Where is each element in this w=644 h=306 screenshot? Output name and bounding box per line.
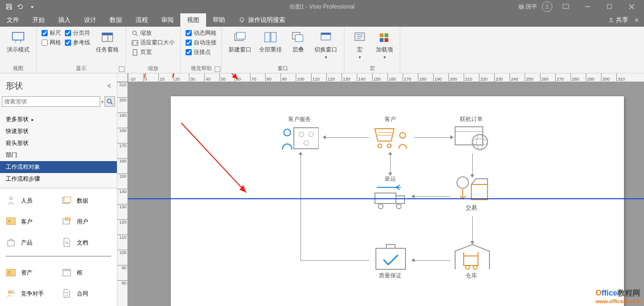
category-quick-shapes[interactable]: 快速形状	[0, 125, 117, 137]
ruler-vertical[interactable]: 2102001901801701601501401301201101009080	[117, 82, 128, 306]
maximize-icon[interactable]	[601, 0, 618, 13]
category-workflow-steps[interactable]: 工作流程步骤	[0, 173, 117, 185]
fit-window-button[interactable]: 适应窗口大小	[131, 38, 176, 47]
ribbon-options-icon[interactable]	[557, 0, 574, 13]
menubar: 文件 开始 插入 设计 数据 流程 审阅 视图 帮助 操作说明搜索 共享 ✕	[0, 13, 644, 27]
stencil-document[interactable]: 文档	[60, 234, 114, 251]
cascade-icon	[291, 30, 306, 45]
asset-icon	[6, 267, 16, 278]
svg-rect-3	[607, 4, 612, 9]
connector[interactable]	[414, 196, 450, 197]
canvas-area[interactable]: -100102030405060708090100110120130140150…	[117, 73, 644, 306]
category-department[interactable]: 部门	[0, 149, 117, 161]
minimize-icon[interactable]	[579, 0, 596, 13]
stencil-frame[interactable]: 框	[60, 264, 114, 281]
stencil-data[interactable]: 数据	[60, 192, 114, 209]
group-label-view: 视图	[5, 64, 31, 72]
share-button[interactable]: 共享	[608, 16, 628, 24]
arrange-all-button[interactable]: 全部重排	[257, 29, 284, 55]
node-qa[interactable]: 质量保证	[371, 244, 409, 280]
svg-point-78	[466, 265, 469, 269]
data-icon	[62, 195, 72, 206]
horizontal-guide[interactable]	[128, 198, 644, 199]
svg-point-68	[472, 139, 488, 145]
menu-insert[interactable]: 插入	[52, 13, 77, 27]
warehouse-icon	[452, 244, 490, 270]
watermark: OOffice教程网ffice教程网 www.office26.com	[595, 288, 641, 304]
stencil-competitor[interactable]: 竞争对手	[4, 285, 58, 302]
stencil-contract[interactable]: 合同	[60, 285, 114, 302]
stencil-customer[interactable]: 客户	[4, 213, 58, 230]
connection-points-checkbox[interactable]: 连接点	[186, 48, 217, 57]
svg-point-32	[10, 197, 12, 200]
presentation-mode-button[interactable]: 演示模式	[5, 29, 31, 55]
save-icon[interactable]	[4, 1, 14, 12]
menu-process[interactable]: 流程	[129, 13, 155, 27]
group-label-window: 窗口	[227, 64, 339, 72]
category-more-shapes[interactable]: 更多形状▸	[0, 113, 117, 125]
connector[interactable]	[301, 153, 301, 260]
close-icon[interactable]	[623, 0, 640, 13]
show-launcher-icon[interactable]	[119, 66, 125, 72]
stencil-person[interactable]: 人员	[4, 192, 58, 209]
zoom-button[interactable]: 缩放	[131, 29, 176, 38]
new-window-button[interactable]: 新建窗口	[227, 29, 253, 55]
qat-customize-icon[interactable]: ▾	[27, 1, 37, 12]
customer-shape-icon	[371, 125, 409, 151]
ruler-corner[interactable]	[117, 73, 128, 82]
menu-view[interactable]: 视图	[180, 13, 206, 27]
document-icon	[62, 237, 72, 248]
grid-checkbox[interactable]: 网格	[42, 38, 61, 47]
node-warehouse[interactable]: 仓库	[452, 244, 490, 280]
node-shipping[interactable]: 装运	[371, 175, 409, 211]
search-shapes-input[interactable]	[2, 96, 100, 107]
lightbulb-icon	[239, 17, 245, 23]
guides-checkbox[interactable]: 参考线	[65, 38, 90, 47]
svg-rect-39	[8, 241, 14, 246]
svg-point-13	[133, 31, 136, 35]
visualaid-launcher-icon[interactable]	[215, 66, 220, 72]
menu-home[interactable]: 开始	[26, 13, 52, 27]
search-button[interactable]	[104, 96, 115, 107]
macros-button[interactable]: 宏▾	[349, 29, 370, 61]
menu-help[interactable]: 帮助	[206, 13, 232, 27]
switch-window-button[interactable]: 切换窗口▾	[312, 29, 339, 61]
node-transaction[interactable]: 交易	[452, 176, 490, 212]
undo-icon[interactable]	[15, 1, 26, 12]
node-customer-service[interactable]: 客户服务	[280, 115, 319, 151]
stencil-asset[interactable]: 资产	[4, 264, 58, 281]
connector[interactable]	[390, 153, 391, 174]
auto-connect-checkbox[interactable]: 自动连接	[186, 38, 217, 47]
svg-line-49	[145, 73, 151, 78]
category-arrow-shapes[interactable]: 箭头形状	[0, 137, 117, 149]
menu-review[interactable]: 审阅	[155, 13, 180, 27]
cascade-button[interactable]: 层叠	[288, 29, 309, 55]
menu-file[interactable]: 文件	[0, 13, 26, 27]
node-customer[interactable]: 客户	[371, 115, 409, 151]
menu-tell[interactable]: 操作说明搜索	[232, 13, 292, 27]
connector[interactable]	[414, 137, 450, 138]
connector[interactable]	[472, 216, 473, 243]
close-pane-icon[interactable]: ✕	[634, 17, 639, 24]
addins-button[interactable]: 加载项▾	[374, 29, 395, 61]
collapse-panel-icon[interactable]: <	[107, 82, 111, 90]
connector[interactable]	[472, 153, 473, 176]
stencil-product[interactable]: 产品	[4, 234, 58, 251]
task-panes-button[interactable]: 任务窗格	[94, 29, 121, 55]
ruler-checkbox[interactable]: 标尺	[42, 29, 61, 38]
connector[interactable]	[301, 260, 369, 261]
menu-data[interactable]: 数据	[103, 13, 129, 27]
node-online-order[interactable]: 联机订单	[452, 115, 490, 151]
stencil-user[interactable]: 用户	[60, 213, 114, 230]
svg-point-60	[304, 141, 309, 145]
connector[interactable]	[325, 137, 369, 138]
connector[interactable]	[414, 260, 450, 261]
menu-design[interactable]: 设计	[77, 13, 103, 27]
product-icon	[6, 237, 16, 248]
dynamic-grid-checkbox[interactable]: 动态网格	[186, 29, 217, 38]
category-workflow-objects[interactable]: 工作流程对象	[0, 161, 117, 173]
page-width-button[interactable]: 页宽	[131, 48, 176, 57]
annotation-arrow-2	[171, 73, 180, 80]
pagebreaks-checkbox[interactable]: 分页符	[65, 29, 90, 38]
user-avatar-icon[interactable]	[542, 1, 552, 12]
